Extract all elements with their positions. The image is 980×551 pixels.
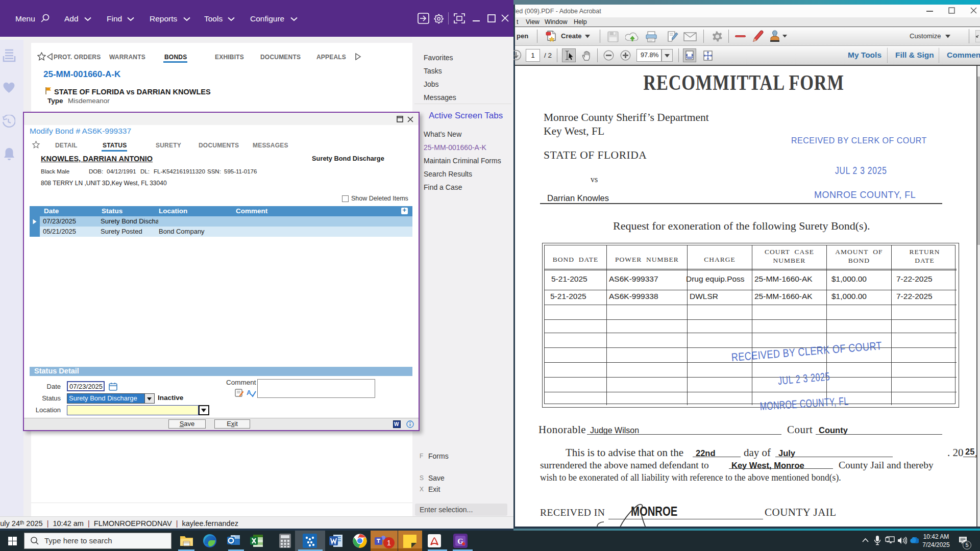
svg-text:1: 1 bbox=[387, 539, 391, 547]
svg-text:A: A bbox=[247, 389, 252, 396]
